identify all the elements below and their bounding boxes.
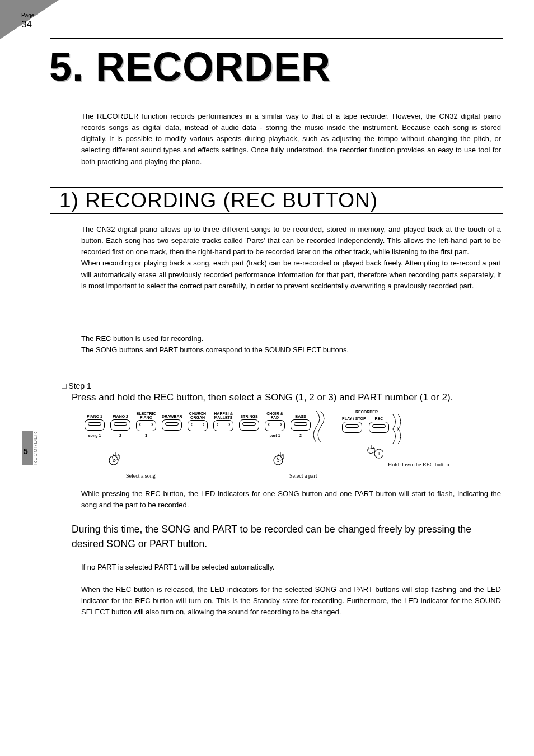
song-dash-1: — [106,433,110,438]
song-label-2: 2 [110,433,130,437]
part-dash: — [286,433,291,438]
panel-button-piano1: PIANO 1 [85,414,105,431]
page-label: Page [21,12,34,18]
side-chapter-number: 5 [24,447,28,456]
section-title: 1) RECORDING (REC BUTTON) [50,187,503,214]
hand-icon-part: 3 [273,449,289,466]
panel-button-electric-piano: ELECTRICPIANO [136,412,156,431]
hand-icon-song: 2 [108,449,125,466]
part-label-2: 2 [291,433,311,437]
top-rule [50,38,503,39]
bottom-rule [50,701,503,701]
panel-button-bass: BASS [291,414,311,431]
panel-button-harpsi-mallets: HARPSI &MALLETS [213,412,233,431]
recorder-label: RECORDER [341,410,392,414]
body-paragraph-1: The CN32 digital piano allows up to thre… [81,224,501,292]
side-section-label: RECORDER [32,431,38,465]
control-panel-diagram: PIANO 1 PIANO 2 ELECTRICPIANO DRAWBAR CH… [81,410,512,483]
action-text-rec: Hold down the REC button [388,461,449,468]
intro-paragraph: The RECORDER function records performanc… [81,111,501,167]
note-paragraph-1: While pressing the REC button, the LED i… [81,488,501,511]
panel-button-piano2: PIANO 2 [110,414,130,431]
step-marker: □ Step 1 [62,381,91,390]
page-number: 34 [21,19,32,30]
action-text-song: Select a song [126,473,156,479]
song-label-1: song 1 [85,433,105,437]
waves-icon [390,414,410,444]
body-paragraph-2: The REC button is used for recording. Th… [81,333,501,356]
note-paragraph-3: If no PART is selected PART1 will be sel… [81,562,501,573]
break-curve-icon [313,410,330,444]
panel-button-choir-pad: CHOIR &PAD [265,412,285,431]
note-paragraph-4: When the REC button is released, the LED… [81,584,501,618]
step-instruction: Press and hold the REC button, then sele… [72,392,453,403]
note-paragraph-2: During this time, the SONG and PART to b… [72,522,503,552]
part-label-1: part 1 [265,433,285,437]
panel-button-drawbar: DRAWBAR [162,414,182,431]
chapter-title: 5. RECORDER [49,44,331,90]
svg-text:1: 1 [377,451,380,456]
panel-button-rec: REC [369,417,389,433]
panel-button-play-stop: PLAY / STOP [342,417,366,433]
panel-button-church-organ: CHURCHORGAN [188,412,208,431]
action-text-part: Select a part [289,473,317,479]
hand-icon-rec: 1 [367,442,383,459]
song-label-3: 3 [136,433,156,437]
panel-button-strings: STRINGS [239,414,259,431]
